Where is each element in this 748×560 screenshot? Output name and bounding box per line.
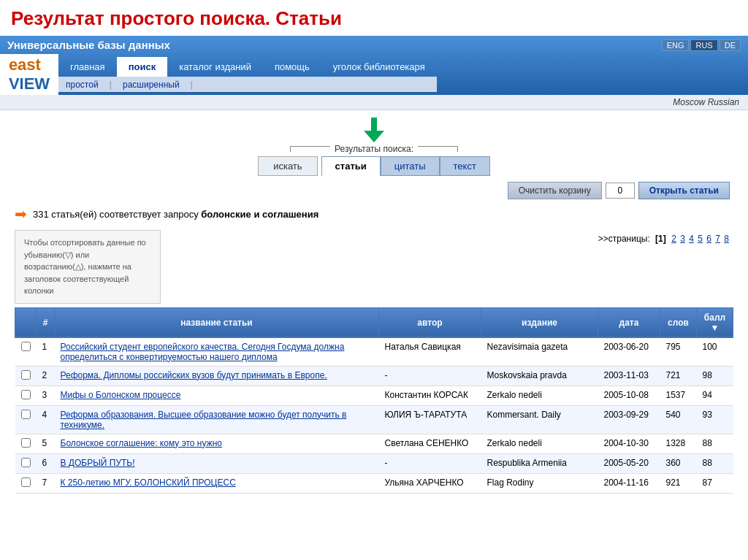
logo-east: east bbox=[9, 55, 41, 74]
row-num: 7 bbox=[37, 473, 55, 493]
bracket-left bbox=[290, 146, 330, 152]
page-1[interactable]: [1] bbox=[655, 234, 666, 244]
row-checkbox[interactable] bbox=[21, 458, 31, 467]
main-nav: главная поиск каталог изданий помощь уго… bbox=[58, 57, 437, 77]
row-author: Ульяна ХАРЧЕНКО bbox=[379, 473, 481, 493]
th-date[interactable]: дата bbox=[598, 307, 660, 337]
page-5[interactable]: 5 bbox=[698, 234, 703, 244]
results-count-text: 331 статья(ей) соответствует запросу бол… bbox=[33, 209, 318, 220]
results-label-row: Результаты поиска: bbox=[290, 144, 458, 154]
tabs-section: Результаты поиска: искать статьи цитаты … bbox=[15, 118, 733, 176]
nav-librarian[interactable]: уголок библиотекаря bbox=[321, 57, 437, 77]
article-link[interactable]: Российский студент европейского качества… bbox=[61, 342, 345, 362]
nav-catalog[interactable]: каталог изданий bbox=[167, 57, 263, 77]
row-score: 93 bbox=[697, 405, 733, 434]
cart-count-input[interactable] bbox=[606, 183, 635, 199]
article-link[interactable]: Реформа образования. Высшее образование … bbox=[61, 410, 347, 430]
tab-quotes[interactable]: цитаты bbox=[381, 156, 440, 176]
row-date: 2005-10-08 bbox=[598, 386, 660, 405]
tab-articles[interactable]: статьи bbox=[321, 156, 381, 177]
nav-menus: главная поиск каталог изданий помощь уго… bbox=[58, 54, 437, 95]
th-publication[interactable]: издание bbox=[481, 307, 598, 337]
row-author: - bbox=[379, 366, 481, 386]
article-link[interactable]: К 250-летию МГУ. БОЛОНСКИЙ ПРОЦЕСС bbox=[61, 477, 236, 488]
row-words: 795 bbox=[660, 337, 697, 366]
row-score: 88 bbox=[697, 434, 733, 453]
table-row: 7 К 250-летию МГУ. БОЛОНСКИЙ ПРОЦЕСС Уль… bbox=[15, 473, 733, 493]
row-date: 2003-11-03 bbox=[598, 366, 660, 386]
open-articles-button[interactable]: Открыть статьи bbox=[638, 182, 730, 199]
page-3[interactable]: 3 bbox=[680, 234, 685, 244]
article-link[interactable]: Реформа. Дипломы российских вузов будут … bbox=[61, 370, 327, 380]
row-checkbox-cell bbox=[15, 473, 37, 493]
nav-help[interactable]: помощь bbox=[263, 57, 321, 77]
article-link[interactable]: В ДОБРЫЙ ПУТЬ! bbox=[61, 458, 135, 468]
moscow-label: Moscow Russian bbox=[673, 97, 739, 107]
row-title: Российский студент европейского качества… bbox=[55, 337, 379, 366]
logo-view: VIEW bbox=[9, 74, 50, 93]
nav-search[interactable]: поиск bbox=[117, 57, 168, 77]
subnav-advanced[interactable]: расширенный bbox=[123, 80, 180, 90]
table-row: 3 Мифы о Болонском процессе Константин К… bbox=[15, 386, 733, 405]
row-checkbox-cell bbox=[15, 366, 37, 386]
th-title[interactable]: название статьи bbox=[55, 307, 379, 337]
th-checkbox bbox=[15, 307, 37, 337]
row-words: 921 bbox=[660, 473, 697, 493]
lang-rus[interactable]: RUS bbox=[690, 39, 717, 51]
row-checkbox[interactable] bbox=[21, 477, 31, 487]
sort-hint-box: Чтобы отсортировать данные по убыванию(▽… bbox=[15, 230, 161, 304]
bracket-right bbox=[418, 146, 458, 152]
page-4[interactable]: 4 bbox=[689, 234, 694, 244]
row-checkbox[interactable] bbox=[21, 390, 31, 399]
row-words: 721 bbox=[660, 366, 697, 386]
clear-cart-button[interactable]: Очистить корзину bbox=[508, 182, 602, 199]
results-label: Результаты поиска: bbox=[330, 144, 418, 154]
row-num: 4 bbox=[37, 405, 55, 434]
th-num[interactable]: # bbox=[37, 307, 55, 337]
tab-search[interactable]: искать bbox=[258, 156, 317, 176]
row-checkbox[interactable] bbox=[21, 370, 31, 380]
row-publication: Zerkalo nedeli bbox=[481, 434, 598, 453]
th-words[interactable]: слов bbox=[660, 307, 697, 337]
row-checkbox[interactable] bbox=[21, 438, 31, 448]
th-score[interactable]: балл ▼ bbox=[697, 307, 733, 337]
page-title: Результат простого поиска. Статьи bbox=[0, 0, 748, 36]
row-num: 3 bbox=[37, 386, 55, 405]
page-8[interactable]: 8 bbox=[724, 234, 729, 244]
article-link[interactable]: Мифы о Болонском процессе bbox=[61, 390, 181, 400]
lang-eng[interactable]: ENG bbox=[662, 39, 690, 51]
page-6[interactable]: 6 bbox=[706, 234, 711, 244]
nav-home[interactable]: главная bbox=[58, 57, 117, 77]
row-score: 87 bbox=[697, 473, 733, 493]
article-link[interactable]: Болонское соглашение: кому это нужно bbox=[61, 438, 222, 448]
page-2[interactable]: 2 bbox=[671, 234, 676, 244]
page-7[interactable]: 7 bbox=[715, 234, 720, 244]
row-date: 2005-05-20 bbox=[598, 453, 660, 473]
row-publication: Zerkalo nedeli bbox=[481, 386, 598, 405]
row-score: 94 bbox=[697, 386, 733, 405]
th-author[interactable]: автор bbox=[379, 307, 481, 337]
row-author: Наталья Савицкая bbox=[379, 337, 481, 366]
row-score: 88 bbox=[697, 453, 733, 473]
row-num: 2 bbox=[37, 366, 55, 386]
pagination-label: >>страницы: bbox=[598, 234, 650, 244]
row-title: Реформа образования. Высшее образование … bbox=[55, 405, 379, 434]
sub-nav: простой | расширенный | bbox=[58, 77, 437, 92]
db-title: Универсальные базы данных bbox=[7, 39, 170, 51]
lang-de[interactable]: DE bbox=[720, 39, 741, 51]
row-checkbox-cell bbox=[15, 453, 37, 473]
subnav-simple[interactable]: простой bbox=[66, 80, 99, 90]
row-checkbox[interactable] bbox=[21, 342, 31, 351]
row-words: 360 bbox=[660, 453, 697, 473]
toolbar-row: Очистить корзину Открыть статьи bbox=[15, 182, 733, 199]
table-row: 1 Российский студент европейского качест… bbox=[15, 337, 733, 366]
row-publication: Kommersant. Daily bbox=[481, 405, 598, 434]
tab-text[interactable]: текст bbox=[440, 156, 490, 176]
sort-pagination-area: Чтобы отсортировать данные по убыванию(▽… bbox=[15, 230, 733, 304]
row-checkbox[interactable] bbox=[21, 410, 31, 419]
row-num: 6 bbox=[37, 453, 55, 473]
table-row: 2 Реформа. Дипломы российских вузов буду… bbox=[15, 366, 733, 386]
row-author: Светлана СЕНЕНКО bbox=[379, 434, 481, 453]
row-words: 540 bbox=[660, 405, 697, 434]
row-author: ЮЛИЯ Ъ-ТАРАТУТА bbox=[379, 405, 481, 434]
